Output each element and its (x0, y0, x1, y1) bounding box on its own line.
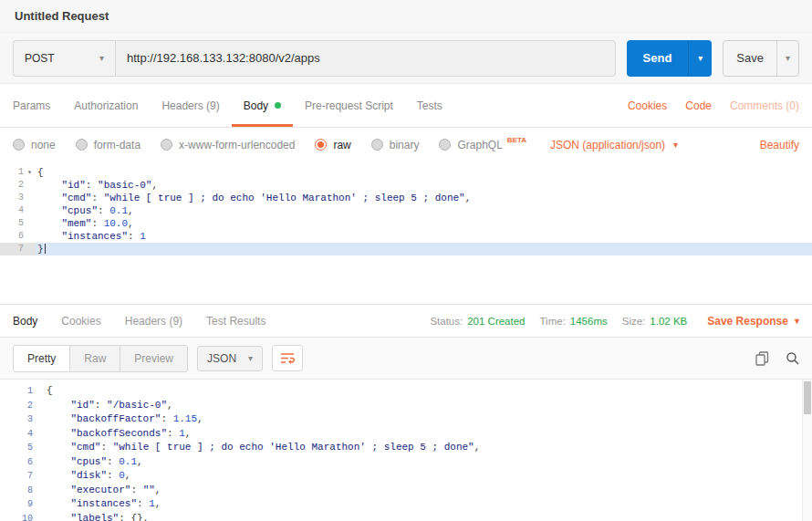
view-mode-raw[interactable]: Raw (69, 346, 120, 371)
tab-label: Body (244, 99, 268, 112)
line-number: 4 (0, 204, 24, 217)
body-type-bar: noneform-datax-www-form-urlencodedrawbin… (0, 128, 812, 162)
request-body-editor[interactable]: 1▾{2 "id": "basic-0",3 "cmd": "while [ t… (0, 162, 812, 305)
fold-spacer (24, 230, 36, 243)
wrap-text-button[interactable] (272, 345, 303, 371)
code-text: "cmd": "while [ true ] ; do echo 'Hello … (45, 441, 812, 455)
response-tab-headers-9[interactable]: Headers (9) (125, 315, 182, 328)
title-bar: Untitled Request (0, 0, 812, 33)
line-number: 7 (0, 243, 24, 255)
fold-spacer (24, 243, 36, 255)
line-number: 9 (5, 497, 33, 512)
code-line: 2 "id": "/basic-0", (5, 399, 812, 413)
send-options-caret[interactable]: ▾ (688, 40, 712, 77)
format-dropdown[interactable]: JSON ▾ (197, 346, 263, 371)
tab-params[interactable]: Params (13, 84, 62, 127)
send-button[interactable]: Send ▾ (627, 40, 713, 77)
code-line: 5 "cmd": "while [ true ] ; do echo 'Hell… (5, 441, 812, 455)
fold-spacer (33, 497, 45, 512)
code-line: 3 "backoffFactor": 1.15, (5, 412, 812, 427)
radio-label: x-www-form-urlencoded (179, 139, 295, 151)
response-body-editor[interactable]: 1{2 "id": "/basic-0",3 "backoffFactor": … (0, 380, 812, 521)
tab-body[interactable]: Body (232, 84, 293, 127)
code-line: 6 "cpus": 0.1, (5, 455, 812, 470)
tab-label: Tests (417, 99, 442, 112)
tab-tests[interactable]: Tests (405, 84, 454, 127)
time-label: Time: (540, 316, 566, 327)
line-number: 2 (0, 179, 24, 192)
view-mode-preview[interactable]: Preview (120, 346, 187, 371)
size-label: Size: (622, 316, 646, 327)
radio-icon (13, 139, 25, 151)
code-line: 1{ (5, 384, 812, 399)
line-number: 5 (5, 441, 33, 455)
line-number: 5 (0, 217, 24, 230)
copy-button[interactable] (755, 351, 769, 366)
body-type-graphql[interactable]: GraphQLBETA (439, 139, 526, 151)
line-number: 2 (5, 399, 33, 413)
radio-label: GraphQL (457, 139, 502, 151)
fold-spacer (33, 384, 45, 399)
tab-label: Pre-request Script (305, 99, 393, 112)
code-line: 8 "executor": "", (5, 484, 812, 498)
body-type-binary[interactable]: binary (371, 139, 420, 151)
line-number: 4 (5, 427, 33, 442)
fold-spacer (33, 441, 45, 455)
response-tab-body[interactable]: Body (13, 315, 37, 328)
line-number: 1 (0, 166, 24, 179)
radio-label: binary (390, 139, 420, 151)
content-type-dropdown[interactable]: JSON (application/json) ▾ (550, 139, 678, 151)
code-text: "backoffSeconds": 1, (45, 427, 812, 442)
body-type-form-data[interactable]: form-data (76, 139, 141, 151)
request-code: 1▾{2 "id": "basic-0",3 "cmd": "while [ t… (0, 166, 812, 255)
fold-spacer (24, 217, 36, 230)
beautify-button[interactable]: Beautify (760, 139, 799, 151)
save-options-caret[interactable]: ▾ (776, 41, 798, 76)
code-line: 7} (0, 243, 812, 255)
code-text: } (36, 243, 812, 255)
response-scrollbar[interactable] (802, 380, 812, 521)
link-comments-0[interactable]: Comments (0) (730, 99, 799, 112)
scrollbar-thumb[interactable] (804, 381, 811, 414)
request-tabs-row: ParamsAuthorizationHeaders (9)BodyPre-re… (0, 84, 812, 128)
response-tab-test-results[interactable]: Test Results (206, 315, 265, 328)
link-code[interactable]: Code (685, 99, 712, 112)
beta-badge: BETA (507, 136, 526, 144)
response-tab-cookies[interactable]: Cookies (61, 315, 100, 328)
code-text: { (36, 166, 812, 179)
link-cookies[interactable]: Cookies (628, 99, 667, 112)
radio-label: form-data (94, 139, 141, 151)
save-button[interactable]: Save ▾ (723, 40, 799, 77)
code-line: 2 "id": "basic-0", (0, 179, 812, 192)
status-label: Status: (430, 316, 463, 327)
search-button[interactable] (786, 351, 799, 365)
code-line: 4 "cpus": 0.1, (0, 204, 812, 217)
code-text: "backoffFactor": 1.15, (45, 412, 812, 427)
code-text: "instances": 1 (36, 230, 812, 243)
send-label: Send (627, 40, 689, 77)
code-text: "mem": 10.0, (36, 217, 812, 230)
chevron-down-icon: ▾ (99, 54, 104, 63)
url-input[interactable] (115, 40, 616, 77)
tab-pre-request-script[interactable]: Pre-request Script (293, 84, 405, 127)
tab-authorization[interactable]: Authorization (62, 84, 150, 127)
body-type-none[interactable]: none (13, 139, 56, 151)
status-meta: Status:201 Created (430, 316, 525, 327)
method-select[interactable]: POST ▾ (13, 40, 115, 77)
code-line: 9 "instances": 1, (5, 497, 812, 512)
body-type-x-www-form-urlencoded[interactable]: x-www-form-urlencoded (161, 139, 295, 151)
fold-spacer (33, 412, 45, 427)
tab-headers-9[interactable]: Headers (9) (150, 84, 231, 127)
body-modified-dot (275, 102, 281, 109)
text-cursor (45, 244, 46, 254)
method-value: POST (25, 52, 55, 65)
code-line: 1▾{ (0, 166, 812, 179)
view-mode-pretty[interactable]: Pretty (14, 346, 69, 371)
line-number: 7 (5, 469, 33, 484)
tab-label: Authorization (74, 99, 138, 112)
request-bar: POST ▾ Send ▾ Save ▾ (0, 33, 812, 84)
body-type-raw[interactable]: raw (315, 139, 350, 151)
fold-caret-icon[interactable]: ▾ (24, 166, 36, 179)
fold-spacer (33, 399, 45, 413)
save-response-button[interactable]: Save Response ▾ (707, 315, 799, 328)
